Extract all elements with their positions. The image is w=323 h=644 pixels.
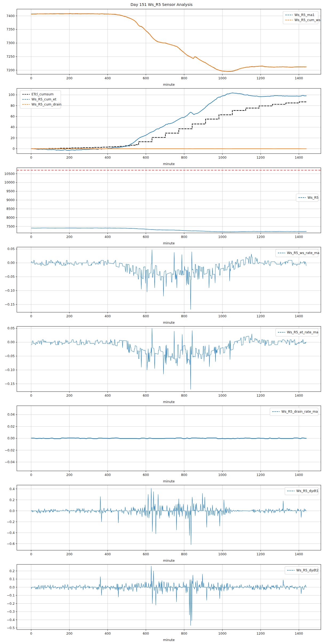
svg-text:600: 600	[143, 394, 149, 397]
svg-text:400: 400	[105, 394, 111, 397]
svg-text:9500: 9500	[6, 189, 15, 193]
svg-text:0: 0	[30, 156, 32, 159]
svg-text:200: 200	[66, 235, 73, 239]
svg-text:Ws_R5_cum_ws: Ws_R5_cum_ws	[294, 18, 320, 22]
svg-text:ETcl_cumsum: ETcl_cumsum	[31, 92, 54, 96]
svg-text:1200: 1200	[257, 552, 265, 556]
svg-text:7350: 7350	[6, 28, 15, 31]
svg-text:1200: 1200	[257, 473, 265, 477]
svg-text:20: 20	[10, 136, 15, 140]
subplot-3-canvas: 0200400600800100012001400750080008500900…	[0, 167, 323, 246]
svg-text:0.0: 0.0	[10, 586, 15, 589]
svg-text:800: 800	[181, 632, 187, 635]
svg-text:60: 60	[10, 115, 15, 118]
svg-text:0: 0	[30, 394, 32, 397]
svg-text:−0.5: −0.5	[7, 626, 15, 630]
svg-text:800: 800	[181, 552, 187, 556]
svg-text:minute: minute	[163, 321, 175, 325]
svg-text:10000: 10000	[4, 181, 15, 184]
svg-text:−0.6: −0.6	[7, 542, 15, 546]
svg-text:1400: 1400	[295, 632, 303, 635]
svg-text:200: 200	[66, 156, 73, 159]
svg-text:0.2: 0.2	[10, 498, 15, 502]
svg-text:800: 800	[181, 156, 187, 159]
svg-text:−0.15: −0.15	[5, 303, 15, 306]
svg-text:Ws_R5_dydt2: Ws_R5_dydt2	[296, 568, 318, 572]
svg-text:−0.04: −0.04	[5, 460, 15, 464]
svg-text:8500: 8500	[6, 207, 15, 211]
svg-text:1200: 1200	[257, 314, 265, 318]
svg-text:0: 0	[30, 632, 32, 635]
svg-text:400: 400	[105, 632, 111, 635]
svg-text:Ws_R5_et_rate_ma: Ws_R5_et_rate_ma	[287, 330, 318, 334]
svg-text:600: 600	[143, 632, 149, 635]
svg-text:1000: 1000	[218, 314, 226, 318]
svg-text:1400: 1400	[295, 235, 303, 239]
svg-text:200: 200	[66, 76, 73, 80]
svg-text:−0.2: −0.2	[7, 520, 15, 524]
svg-text:1400: 1400	[295, 76, 303, 80]
svg-text:8000: 8000	[6, 216, 15, 220]
svg-text:1400: 1400	[295, 314, 303, 318]
svg-text:1400: 1400	[295, 552, 303, 556]
svg-text:600: 600	[143, 235, 149, 239]
svg-text:0.00: 0.00	[7, 261, 15, 265]
svg-text:1400: 1400	[295, 156, 303, 159]
svg-text:Ws_R5_ws_rate_ma: Ws_R5_ws_rate_ma	[287, 251, 319, 255]
svg-text:1000: 1000	[218, 473, 226, 477]
svg-text:0.2: 0.2	[10, 569, 15, 573]
subplot-2-cumulative-et: 0200400600800100012001400020406080100min…	[0, 87, 323, 167]
svg-text:minute: minute	[163, 241, 175, 245]
svg-text:200: 200	[66, 552, 73, 556]
svg-text:Ws_R5: Ws_R5	[308, 196, 318, 200]
svg-text:minute: minute	[163, 83, 175, 87]
svg-text:7250: 7250	[6, 55, 15, 58]
svg-text:1000: 1000	[218, 552, 226, 556]
svg-text:0: 0	[30, 473, 32, 477]
svg-text:Ws_R5_drain_rate_ma: Ws_R5_drain_rate_ma	[281, 409, 318, 413]
subplot-8-dydt2: 02004006008001000120014000.20.10.0−0.1−0…	[0, 563, 323, 643]
figure: Day 151 Ws_R5 Sensor Analysis 0200400600…	[0, 0, 323, 644]
subplot-8-canvas: 02004006008001000120014000.20.10.0−0.1−0…	[0, 563, 323, 643]
svg-text:40: 40	[10, 125, 15, 129]
svg-text:1200: 1200	[257, 156, 265, 159]
svg-text:100: 100	[9, 93, 15, 97]
svg-text:9000: 9000	[6, 198, 15, 202]
svg-text:0.4: 0.4	[10, 487, 15, 491]
svg-text:600: 600	[143, 156, 149, 159]
svg-text:1000: 1000	[218, 156, 226, 159]
svg-text:800: 800	[181, 473, 187, 477]
svg-text:1400: 1400	[295, 473, 303, 477]
svg-text:600: 600	[143, 314, 149, 318]
svg-text:minute: minute	[163, 162, 175, 166]
svg-text:0: 0	[30, 552, 32, 556]
svg-text:1000: 1000	[218, 235, 226, 239]
svg-text:minute: minute	[163, 479, 175, 483]
svg-text:600: 600	[143, 76, 149, 80]
svg-text:0.02: 0.02	[7, 425, 15, 428]
subplot-4-ws-rate-ma: 02004006008001000120014000.050.00−0.05−0…	[0, 246, 323, 325]
svg-text:−0.05: −0.05	[5, 275, 15, 279]
svg-text:0: 0	[30, 314, 32, 318]
svg-text:1200: 1200	[257, 76, 265, 80]
subplot-3-raw-ws-r5: 0200400600800100012001400750080008500900…	[0, 167, 323, 246]
svg-text:−0.3: −0.3	[7, 610, 15, 614]
svg-text:800: 800	[181, 394, 187, 397]
svg-text:1000: 1000	[218, 76, 226, 80]
svg-text:800: 800	[181, 76, 187, 80]
svg-text:0.00: 0.00	[7, 340, 15, 344]
svg-text:200: 200	[66, 473, 73, 477]
svg-text:−0.2: −0.2	[7, 602, 15, 606]
subplot-4-canvas: 02004006008001000120014000.050.00−0.05−0…	[0, 246, 323, 325]
svg-text:400: 400	[105, 473, 111, 477]
svg-text:−0.4: −0.4	[7, 618, 15, 622]
svg-text:0.05: 0.05	[7, 326, 15, 330]
svg-text:800: 800	[181, 314, 187, 318]
figure-title: Day 151 Ws_R5 Sensor Analysis	[0, 0, 323, 8]
subplot-7-canvas: 02004006008001000120014000.40.20.0−0.2−0…	[0, 484, 323, 563]
svg-text:0.05: 0.05	[7, 247, 15, 251]
svg-text:200: 200	[66, 394, 73, 397]
svg-text:1200: 1200	[257, 394, 265, 397]
svg-text:minute: minute	[163, 559, 175, 563]
svg-text:−0.05: −0.05	[5, 354, 15, 358]
